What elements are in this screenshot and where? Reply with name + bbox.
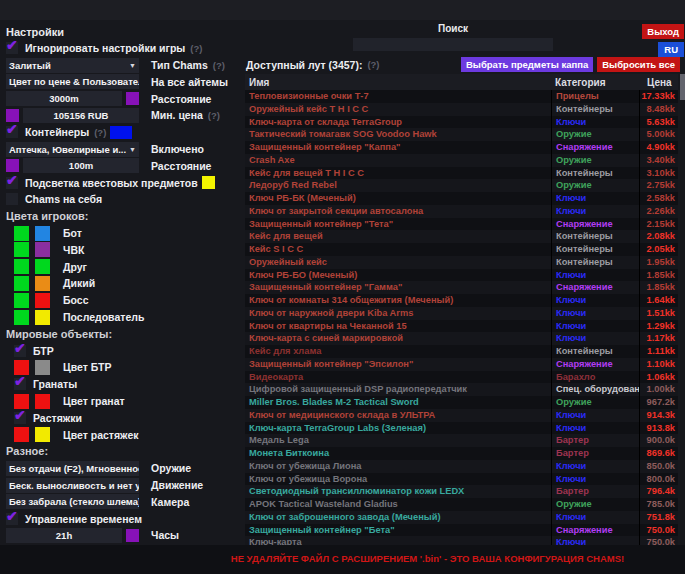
- distance2-color-swatch[interactable]: [6, 159, 19, 172]
- table-row[interactable]: Светодиодный трансиллюминатор кожи LEDXБ…: [245, 485, 678, 498]
- table-row[interactable]: Ключ от комнаты 314 общежития (Меченый)К…: [245, 294, 678, 307]
- table-row[interactable]: Ключ-картаКлючи750.0k: [245, 536, 678, 545]
- table-row[interactable]: Ледоруб Red RebelОружие2.75kk: [245, 179, 678, 192]
- table-row[interactable]: Кейс для хламаКонтейнеры1.11kk: [245, 345, 678, 358]
- table-row[interactable]: Защищенный контейнер "Эпсилон"Снаряжение…: [245, 358, 678, 371]
- player-color-swatch-1[interactable]: [14, 310, 29, 325]
- help-icon[interactable]: (?): [208, 110, 220, 121]
- window-titlebar: [0, 0, 685, 20]
- table-row[interactable]: Crash AxeОружие3.40kk: [245, 154, 678, 167]
- player-color-swatch-2[interactable]: [35, 293, 50, 308]
- table-row[interactable]: Защищенный контейнер "Гамма"Снаряжение1.…: [245, 281, 678, 294]
- table-row[interactable]: Ключ от медицинского склада в УЛЬТРАКлюч…: [245, 409, 678, 422]
- column-header-name[interactable]: Имя: [245, 77, 551, 88]
- help-icon[interactable]: (?): [213, 60, 225, 71]
- hours-color-swatch[interactable]: [126, 529, 139, 542]
- item-name: Ключ-карта от склада TerraGroup: [245, 116, 551, 129]
- min-price-input[interactable]: 105156 RUB: [23, 108, 139, 123]
- camera-label: Камера: [151, 496, 189, 508]
- table-row[interactable]: Ключ-карта с синей маркировкойКлючи1.17k…: [245, 332, 678, 345]
- distance2-input[interactable]: 100m: [23, 158, 139, 173]
- help-icon[interactable]: (?): [367, 59, 379, 70]
- help-icon[interactable]: (?): [94, 127, 106, 138]
- player-color-swatch-1[interactable]: [14, 293, 29, 308]
- table-row[interactable]: Оружейный кейс Т H I C CКонтейнеры8.48kk: [245, 103, 678, 116]
- language-button[interactable]: RU: [658, 42, 684, 57]
- world-color-swatch-1[interactable]: [14, 427, 29, 442]
- table-row[interactable]: Ключ РБ-БК (Меченый)Ключи2.58kk: [245, 192, 678, 205]
- discard-all-button[interactable]: Выбросить все: [597, 57, 680, 72]
- chevron-down-icon: ▼: [129, 62, 136, 69]
- hours-input[interactable]: 21h: [6, 528, 122, 543]
- weapon-select[interactable]: Без отдачи (F2), Мгновенное п▼: [6, 461, 139, 476]
- quest-items-color-swatch[interactable]: [202, 176, 215, 189]
- player-color-swatch-1[interactable]: [14, 226, 29, 241]
- world-color-swatch-2[interactable]: [35, 360, 50, 375]
- player-color-label: Бот: [63, 227, 82, 239]
- table-row[interactable]: APOK Tactical Wasteland GladiusОружие785…: [245, 498, 678, 511]
- search-input[interactable]: [353, 38, 553, 51]
- movement-select[interactable]: Беск. выносливость и нет уста▼: [6, 478, 139, 493]
- included-select[interactable]: Аптечка, Ювелирные и...▼: [6, 142, 139, 157]
- player-color-swatch-1[interactable]: [14, 242, 29, 257]
- distance-color-swatch[interactable]: [126, 92, 139, 105]
- item-price: 800.0k: [639, 473, 678, 486]
- table-row[interactable]: Тепловизионные очки Т-7Прицелы17.33kk: [245, 90, 678, 103]
- table-row[interactable]: Ключ от квартиры на Чеканной 15Ключи1.29…: [245, 320, 678, 333]
- player-color-swatch-2[interactable]: [35, 226, 50, 241]
- table-row[interactable]: Miller Bros. Blades M-2 Tactical SwordОр…: [245, 396, 678, 409]
- item-name: Ключ от комнаты 314 общежития (Меченый): [245, 294, 551, 307]
- select-kappa-items-button[interactable]: Выбрать предметы каппа: [461, 57, 593, 72]
- table-row[interactable]: Оружейный кейсКонтейнеры1.95kk: [245, 256, 678, 269]
- table-row[interactable]: Ключ от убежища ВоронаКлючи800.0k: [245, 473, 678, 486]
- table-row[interactable]: Защищенный контейнер "Каппа"Снаряжение4.…: [245, 141, 678, 154]
- all-items-select[interactable]: Цвет по цене & Пользователь▼: [6, 74, 139, 89]
- time-control-checkbox[interactable]: [6, 513, 18, 525]
- table-row[interactable]: Медаль LegaБартер900.0k: [245, 434, 678, 447]
- table-row[interactable]: Защищенный контейнер "Бета"Снаряжение750…: [245, 524, 678, 537]
- camera-select[interactable]: Без забрала (стекло шлема)▼: [6, 494, 139, 509]
- player-color-swatch-2[interactable]: [35, 242, 50, 257]
- chams-type-select[interactable]: Залитый▼: [6, 58, 139, 73]
- exit-button[interactable]: Выход: [642, 24, 684, 39]
- column-header-category[interactable]: Категория: [551, 77, 639, 88]
- item-price: 2.05kk: [639, 243, 678, 256]
- player-color-swatch-2[interactable]: [35, 276, 50, 291]
- column-header-price[interactable]: Цена: [639, 77, 678, 88]
- table-row[interactable]: Кейс S I C CКонтейнеры2.05kk: [245, 243, 678, 256]
- player-color-swatch-2[interactable]: [35, 310, 50, 325]
- table-row[interactable]: Ключ-карта от склада TerraGroupКлючи5.63…: [245, 116, 678, 129]
- quest-items-row: Подсветка квестовых предметов: [6, 175, 243, 190]
- world-object-checkbox[interactable]: [14, 345, 26, 357]
- table-row[interactable]: Тактический томагавк SOG Voodoo HawkОруж…: [245, 128, 678, 141]
- world-color-swatch-2[interactable]: [35, 394, 50, 409]
- table-row[interactable]: Монета БиткоинаБартер869.6k: [245, 447, 678, 460]
- containers-color-swatch[interactable]: [110, 126, 132, 139]
- player-color-swatch-2[interactable]: [35, 259, 50, 274]
- distance-input[interactable]: 3000m: [6, 91, 122, 106]
- world-object-checkbox[interactable]: [14, 412, 26, 424]
- table-row[interactable]: Ключ от заброшенного завода (Меченый)Клю…: [245, 511, 678, 524]
- scrollbar-thumb[interactable]: [680, 74, 685, 100]
- table-row[interactable]: Кейс для вещейКонтейнеры2.08kk: [245, 230, 678, 243]
- table-row[interactable]: Ключ от наружной двери Kiba ArmsКлючи1.5…: [245, 307, 678, 320]
- table-row[interactable]: Кейс для вещей Т H I C CКонтейнеры3.10kk: [245, 167, 678, 180]
- world-color-swatch-2[interactable]: [35, 427, 50, 442]
- table-row[interactable]: Защищенный контейнер "Тета"Снаряжение2.1…: [245, 218, 678, 231]
- player-color-swatch-1[interactable]: [14, 276, 29, 291]
- table-scrollbar[interactable]: [680, 74, 685, 545]
- quest-items-checkbox[interactable]: [6, 177, 18, 189]
- table-row[interactable]: Ключ от убежища ЛионаКлючи850.0k: [245, 460, 678, 473]
- table-row[interactable]: Ключ от закрытой секции автосалонаКлючи2…: [245, 205, 678, 218]
- min-price-color-swatch[interactable]: [6, 109, 19, 122]
- help-icon[interactable]: (?): [190, 43, 202, 54]
- table-row[interactable]: ВидеокартаБарахло1.06kk: [245, 371, 678, 384]
- player-color-swatch-1[interactable]: [14, 259, 29, 274]
- self-chams-checkbox[interactable]: [6, 193, 18, 205]
- world-object-checkbox[interactable]: [14, 378, 26, 390]
- containers-checkbox[interactable]: [6, 126, 18, 138]
- table-row[interactable]: Ключ РБ-БО (Меченый)Ключи1.85kk: [245, 269, 678, 282]
- ignore-game-settings-checkbox[interactable]: [6, 42, 18, 54]
- table-row[interactable]: Ключ-карта TerraGroup Labs (Зеленая)Ключ…: [245, 422, 678, 435]
- table-row[interactable]: Цифровой защищенный DSP радиопередатчикС…: [245, 383, 678, 396]
